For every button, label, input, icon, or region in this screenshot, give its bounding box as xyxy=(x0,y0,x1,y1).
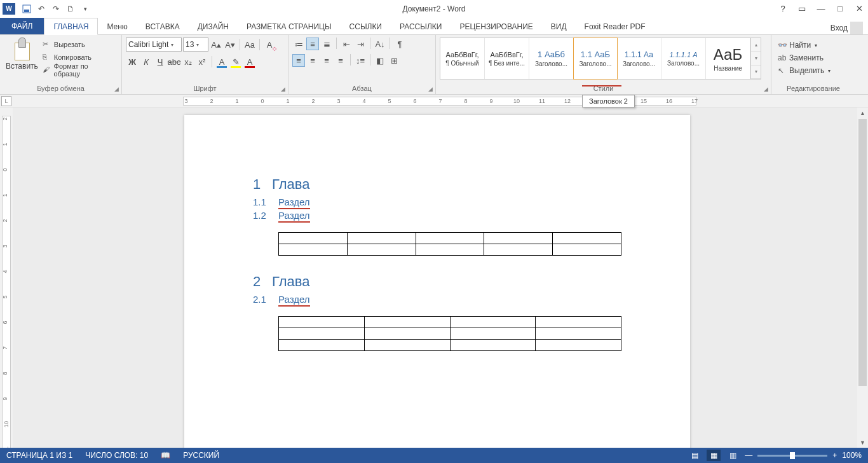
bold-button[interactable]: Ж xyxy=(126,55,139,68)
save-button[interactable] xyxy=(20,2,34,16)
paste-button[interactable]: Вставить xyxy=(4,38,40,71)
heading-2[interactable]: 1.1Раздел xyxy=(253,197,621,207)
zoom-level[interactable]: 100% xyxy=(842,451,862,460)
tab-design[interactable]: ДИЗАЙН xyxy=(189,18,238,34)
web-layout-button[interactable]: ▥ xyxy=(726,450,740,461)
style-item[interactable]: АаБбВвГг,¶ Обычный xyxy=(440,38,485,79)
borders-button[interactable]: ⊞ xyxy=(388,54,400,67)
superscript-button[interactable]: x² xyxy=(196,55,208,68)
font-size-combo[interactable]: 13▾ xyxy=(183,38,208,52)
shrink-font-button[interactable]: A▾ xyxy=(224,38,236,51)
tab-selector[interactable]: L xyxy=(1,96,11,106)
spell-check-icon[interactable]: 📖 xyxy=(154,448,177,463)
font-color-button[interactable]: A xyxy=(243,55,256,68)
align-left-button[interactable]: ≡ xyxy=(292,54,305,67)
maximize-button[interactable]: □ xyxy=(834,4,846,13)
shading-button[interactable]: ◧ xyxy=(374,54,386,67)
styles-gallery[interactable]: АаБбВвГг,¶ ОбычныйАаБбВвГг,¶ Без инте...… xyxy=(440,38,761,79)
highlight-button[interactable]: ✎ xyxy=(229,55,242,68)
heading-2[interactable]: 2.1Раздел xyxy=(253,294,621,305)
page[interactable]: 1Глава 1.1Раздел 1.2Раздел 2Глава 2.1Раз… xyxy=(184,115,690,451)
style-item[interactable]: АаБНазвание xyxy=(706,38,750,79)
tab-file[interactable]: ФАЙЛ xyxy=(0,18,44,34)
clear-formatting-button[interactable]: A◇ xyxy=(263,38,276,51)
italic-button[interactable]: К xyxy=(140,55,153,68)
style-item[interactable]: 1.1.1 АаЗаголово... xyxy=(617,38,661,79)
qat-dropdown[interactable]: ▾ xyxy=(78,2,92,16)
tab-references[interactable]: ССЫЛКИ xyxy=(341,18,391,34)
select-button[interactable]: ↖Выделить▾ xyxy=(775,64,833,77)
line-spacing-button[interactable]: ↕≡ xyxy=(354,54,367,67)
tab-foxit[interactable]: Foxit Reader PDF xyxy=(576,18,654,34)
subscript-button[interactable]: x₂ xyxy=(182,55,194,68)
multilevel-button[interactable]: ≣ xyxy=(320,38,333,50)
grow-font-button[interactable]: A▴ xyxy=(210,38,222,51)
ribbon-display-button[interactable]: ▭ xyxy=(796,4,808,13)
vertical-scrollbar[interactable]: ▲▼ xyxy=(857,107,868,448)
numbering-button[interactable]: ≡ xyxy=(306,38,319,50)
font-name-combo[interactable]: Calibri Light▾ xyxy=(126,38,182,52)
document-title: Документ2 - Word xyxy=(402,4,465,13)
new-doc-button[interactable]: 🗋 xyxy=(64,2,78,16)
cut-button[interactable]: ✂Вырезать xyxy=(40,39,118,50)
align-center-button[interactable]: ≡ xyxy=(306,54,319,67)
underline-button[interactable]: Ч xyxy=(154,55,166,68)
group-editing: 👓Найти▾ abЗаменить ↖Выделить▾ Редактиров… xyxy=(771,35,855,94)
clipboard-expander[interactable]: ◢ xyxy=(112,85,120,93)
style-item[interactable]: 1.1 АаБЗаголово... xyxy=(573,38,618,79)
zoom-in-button[interactable]: + xyxy=(832,451,837,460)
justify-button[interactable]: ≡ xyxy=(334,54,347,67)
font-expander[interactable]: ◢ xyxy=(279,85,287,93)
align-right-button[interactable]: ≡ xyxy=(320,54,333,67)
document-area[interactable]: 1Глава 1.1Раздел 1.2Раздел 2Глава 2.1Раз… xyxy=(13,107,868,451)
tab-home[interactable]: ГЛАВНАЯ xyxy=(44,18,98,35)
heading-1[interactable]: 1Глава xyxy=(253,176,621,193)
document-content[interactable]: 1Глава 1.1Раздел 1.2Раздел 2Глава 2.1Раз… xyxy=(184,115,690,351)
styles-scroll[interactable]: ▴▾▾ xyxy=(750,38,761,79)
heading-1[interactable]: 2Глава xyxy=(253,273,621,290)
tab-insert[interactable]: ВСТАВКА xyxy=(137,18,189,34)
format-painter-button[interactable]: 🖌Формат по образцу xyxy=(40,64,118,76)
find-button[interactable]: 👓Найти▾ xyxy=(775,39,833,52)
close-button[interactable]: ✕ xyxy=(853,4,865,13)
language-status[interactable]: РУССКИЙ xyxy=(177,448,226,463)
window-controls: ? ▭ ― □ ✕ xyxy=(776,4,865,13)
zoom-out-button[interactable]: ― xyxy=(745,451,752,460)
avatar-icon xyxy=(850,22,863,34)
redo-button[interactable]: ↷ xyxy=(49,2,63,16)
heading-2[interactable]: 1.2Раздел xyxy=(253,210,621,221)
dec-indent-button[interactable]: ⇤ xyxy=(340,38,353,50)
table-2[interactable] xyxy=(278,316,621,351)
table-1[interactable] xyxy=(278,232,621,256)
style-item[interactable]: 1.1.1.1 АЗаголово... xyxy=(661,38,706,79)
help-button[interactable]: ? xyxy=(776,4,789,13)
text-effects-button[interactable]: A xyxy=(215,55,228,68)
bullets-button[interactable]: ≔ xyxy=(292,38,305,50)
change-case-button[interactable]: Aa xyxy=(243,38,256,51)
tab-mailings[interactable]: РАССЫЛКИ xyxy=(391,18,451,34)
sort-button[interactable]: A↓ xyxy=(374,38,386,50)
tab-review[interactable]: РЕЦЕНЗИРОВАНИЕ xyxy=(451,18,541,34)
inc-indent-button[interactable]: ⇥ xyxy=(354,38,367,50)
page-status[interactable]: СТРАНИЦА 1 ИЗ 1 xyxy=(0,448,79,463)
style-item[interactable]: АаБбВвГг,¶ Без инте... xyxy=(485,38,529,79)
show-marks-button[interactable]: ¶ xyxy=(393,38,406,50)
styles-expander[interactable]: ◢ xyxy=(762,85,770,93)
tab-view[interactable]: ВИД xyxy=(542,18,576,34)
zoom-slider[interactable] xyxy=(757,455,827,457)
paragraph-expander[interactable]: ◢ xyxy=(426,85,434,93)
strikethrough-button[interactable]: abc xyxy=(168,55,180,68)
word-count[interactable]: ЧИСЛО СЛОВ: 10 xyxy=(79,448,154,463)
tab-menu[interactable]: Меню xyxy=(98,18,136,34)
horizontal-ruler[interactable]: L 32101234567891011121314151617 Заголово… xyxy=(0,95,868,107)
undo-button[interactable]: ↶ xyxy=(34,2,48,16)
style-item[interactable]: 1 АаБбЗаголово... xyxy=(529,38,574,79)
print-layout-button[interactable]: ▦ xyxy=(707,450,721,461)
replace-button[interactable]: abЗаменить xyxy=(775,52,833,64)
sign-in[interactable]: Вход xyxy=(831,22,863,34)
tab-layout[interactable]: РАЗМЕТКА СТРАНИЦЫ xyxy=(238,18,341,34)
vertical-ruler[interactable]: 210123456789101112 xyxy=(0,107,13,451)
read-mode-button[interactable]: ▤ xyxy=(688,450,702,461)
copy-button[interactable]: ⎘Копировать xyxy=(40,52,118,63)
minimize-button[interactable]: ― xyxy=(815,4,827,13)
